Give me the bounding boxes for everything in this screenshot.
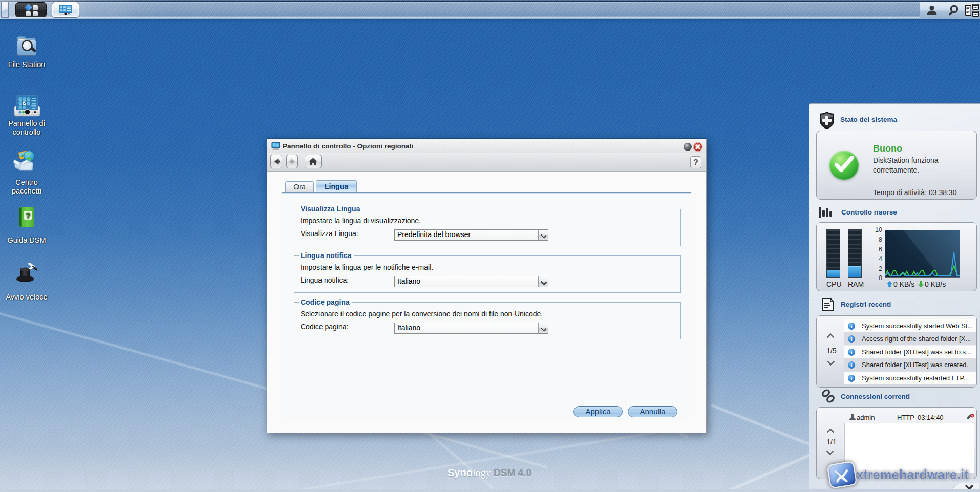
svg-text:?: ?: [26, 211, 30, 220]
